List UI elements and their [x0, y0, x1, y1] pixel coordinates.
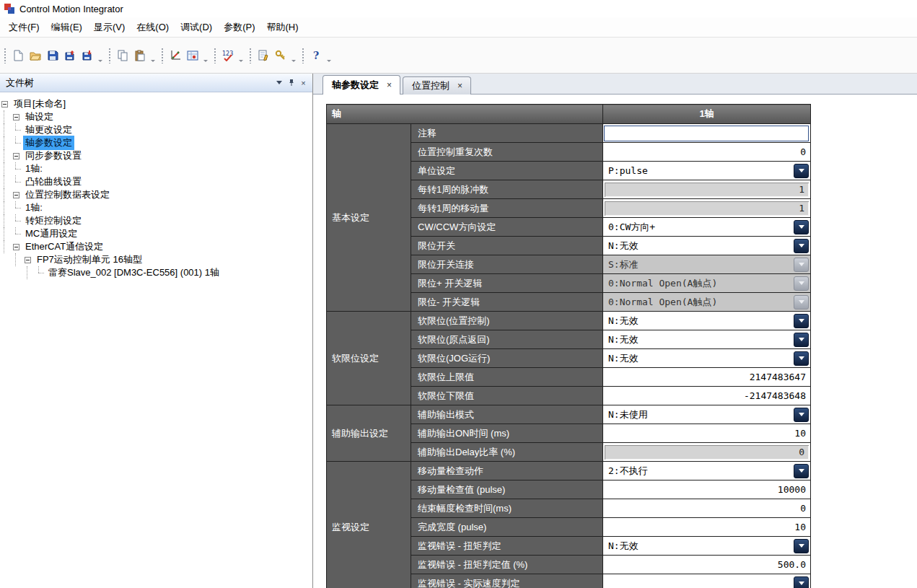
file-tree-panel-header: 文件树 ×	[0, 74, 312, 92]
tree-item-position-axis1[interactable]: 1轴:	[0, 201, 312, 214]
position-setting-button[interactable]	[184, 47, 201, 64]
param-value-number[interactable]: 0	[603, 499, 811, 518]
security-key-button[interactable]	[272, 47, 289, 64]
tree-item-torque-control[interactable]: 转矩控制设定	[0, 214, 312, 227]
chevron-down-icon[interactable]	[794, 351, 809, 366]
tab-axis-parameter[interactable]: 轴参数设定 ×	[323, 75, 400, 95]
toolbar-overflow-chevron[interactable]	[325, 45, 333, 66]
tree-item-sync-parameter[interactable]: 同步参数设置	[0, 149, 312, 162]
tree-expander-icon[interactable]	[13, 114, 19, 120]
toolbar-overflow-chevron[interactable]	[149, 45, 157, 66]
tree-item-axis-change[interactable]: 轴更改设定	[0, 123, 312, 136]
table-row: 基本设定 注释	[327, 124, 811, 143]
param-value-select[interactable]: N:无效	[603, 537, 811, 556]
param-label: 完成宽度 (pulse)	[411, 518, 603, 537]
transfer-to-unit-button[interactable]	[61, 47, 79, 64]
param-value-number[interactable]: -2147483648	[603, 387, 811, 405]
new-document-button[interactable]	[9, 47, 27, 64]
save-icon	[47, 50, 58, 61]
param-label: 每转1周的移动量	[411, 199, 603, 218]
param-value-number[interactable]: 10	[603, 424, 811, 443]
param-label: 监视错误 - 扭矩判定	[411, 537, 603, 556]
tree-item-ethercat[interactable]: EtherCAT通信设定	[0, 240, 312, 253]
chevron-down-icon[interactable]	[794, 220, 809, 234]
menu-view[interactable]: 显示(V)	[88, 18, 131, 37]
group-aux-output-settings: 辅助输出设定	[327, 405, 411, 462]
save-button[interactable]	[44, 47, 61, 64]
parameter-edit-button[interactable]	[255, 47, 272, 64]
menu-edit[interactable]: 编辑(E)	[45, 18, 88, 37]
parameter-check-icon: 123	[221, 50, 234, 61]
param-label: 限位开关	[411, 237, 603, 255]
chevron-down-icon[interactable]	[794, 239, 809, 253]
chevron-down-icon[interactable]	[794, 164, 809, 178]
tab-close-icon[interactable]: ×	[385, 80, 393, 90]
param-value-number[interactable]: 2147483647	[603, 368, 811, 387]
param-value-select[interactable]: N:无效	[603, 349, 811, 368]
tree-item-project[interactable]: 项目[未命名]	[0, 97, 312, 110]
panel-pin-icon[interactable]	[285, 77, 297, 88]
param-value-select[interactable]	[603, 574, 811, 588]
open-project-button[interactable]	[27, 47, 44, 64]
menu-online[interactable]: 在线(O)	[131, 18, 175, 37]
menu-help[interactable]: 帮助(H)	[260, 18, 304, 37]
table-row: 监视设定 移动量检查动作 2:不执行	[327, 462, 811, 481]
param-value-number[interactable]: 500.0	[603, 556, 811, 574]
new-document-icon	[12, 50, 24, 61]
tree-item-sync-axis1[interactable]: 1轴:	[0, 162, 312, 175]
table-row: 辅助输出设定 辅助输出模式 N:未使用	[327, 405, 811, 424]
tree-item-cam-curve[interactable]: 凸轮曲线设置	[0, 175, 312, 188]
chevron-down-icon[interactable]	[794, 576, 809, 588]
paste-button[interactable]	[131, 47, 149, 64]
tree-item-mc-common[interactable]: MC通用设定	[0, 227, 312, 240]
tree-item-slave-002[interactable]: 雷赛Slave_002 [DM3C-EC556] (001) 1轴	[0, 266, 312, 279]
chevron-down-icon[interactable]	[794, 333, 809, 347]
paste-icon	[134, 50, 146, 61]
param-value-number[interactable]: 10000	[603, 481, 811, 499]
tree-expander-icon[interactable]	[25, 257, 31, 263]
param-value-number[interactable]: 0	[603, 143, 811, 162]
param-value-select[interactable]: N:无效	[603, 330, 811, 349]
transfer-from-unit-button[interactable]	[79, 47, 96, 64]
chevron-down-icon[interactable]	[794, 539, 809, 553]
chevron-down-icon[interactable]	[794, 408, 809, 422]
tree-item-axis-parameter[interactable]: 轴参数设定	[0, 136, 312, 149]
tree-item-axis-settings[interactable]: 轴设定	[0, 110, 312, 123]
window-title: Control Motion Integrator	[19, 4, 123, 14]
tab-position-control[interactable]: 位置控制 ×	[403, 76, 471, 95]
menu-debug[interactable]: 调试(D)	[175, 18, 218, 37]
chevron-down-icon	[794, 276, 809, 291]
param-value-number[interactable]: 10	[603, 518, 811, 537]
tree-expander-icon[interactable]	[13, 192, 19, 198]
toolbar-overflow-chevron[interactable]	[97, 45, 104, 66]
parameter-check-button[interactable]: 123	[219, 47, 237, 64]
copy-button[interactable]	[114, 47, 131, 64]
toolbar-overflow-chevron[interactable]	[237, 45, 245, 66]
comment-input[interactable]	[604, 126, 809, 141]
param-label: 限位- 开关逻辑	[411, 293, 603, 312]
tree-expander-icon[interactable]	[13, 244, 19, 250]
tree-item-position-table[interactable]: 位置控制数据表设定	[0, 188, 312, 201]
chevron-down-icon[interactable]	[794, 464, 809, 478]
param-value-select[interactable]: N:无效	[603, 312, 811, 330]
param-value-select[interactable]: N:无效	[603, 237, 811, 255]
chevron-down-icon[interactable]	[794, 314, 809, 328]
help-button[interactable]: ?	[307, 47, 325, 64]
tree-expander-icon[interactable]	[1, 101, 8, 107]
panel-close-icon[interactable]: ×	[297, 77, 310, 88]
axis-scale-setting-button[interactable]	[167, 47, 184, 64]
menu-file[interactable]: 文件(F)	[3, 18, 45, 37]
param-value-select[interactable]: N:未使用	[603, 405, 811, 424]
tree-item-fp7-unit[interactable]: FP7运动控制单元 16轴型	[0, 253, 312, 266]
toolbar-overflow-chevron[interactable]	[290, 45, 297, 66]
tab-close-icon[interactable]: ×	[456, 81, 464, 91]
toolbar-overflow-chevron[interactable]	[202, 45, 209, 66]
param-label: 移动量检查动作	[411, 462, 603, 481]
panel-menu-chevron-down-icon[interactable]	[273, 77, 285, 88]
param-value-select[interactable]: P:pulse	[603, 162, 811, 180]
tree-expander-icon[interactable]	[13, 153, 19, 159]
param-value-select[interactable]: 2:不执行	[603, 462, 811, 481]
menu-parameter[interactable]: 参数(P)	[218, 18, 260, 37]
open-project-icon	[30, 50, 41, 61]
param-value-select[interactable]: 0:CW方向+	[603, 218, 811, 237]
